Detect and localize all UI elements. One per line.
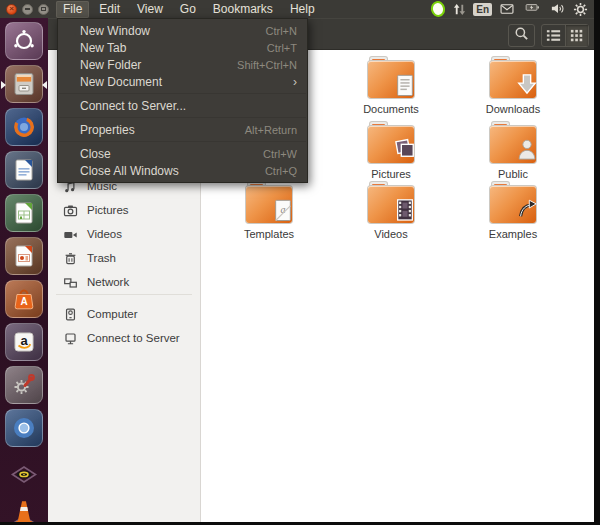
window-controls: × bbox=[0, 4, 56, 15]
menu-separator bbox=[59, 117, 306, 118]
menu-item-label: New Tab bbox=[80, 41, 267, 55]
menubar-edit[interactable]: Edit bbox=[92, 1, 127, 18]
media-disc-icon bbox=[9, 456, 39, 486]
menu-item-new-folder[interactable]: New FolderShift+Ctrl+N bbox=[58, 56, 307, 73]
dash-home-icon bbox=[11, 28, 37, 54]
maximize-button[interactable] bbox=[38, 4, 49, 15]
sidebar-item-connect-to-server[interactable]: Connect to Server bbox=[48, 326, 200, 350]
sidebar-item-label: Computer bbox=[87, 308, 138, 320]
sidebar-item-network[interactable]: Network bbox=[48, 270, 200, 294]
folder-icon bbox=[490, 61, 536, 98]
launcher-media-disc[interactable] bbox=[5, 452, 43, 490]
menu-item-label: Connect to Server... bbox=[80, 99, 297, 113]
folder-label: Examples bbox=[489, 228, 537, 240]
grid-view-button[interactable] bbox=[565, 25, 589, 46]
folder-label: Pictures bbox=[371, 168, 411, 180]
ubuntu-desktop: × FileEditViewGoBookmarksHelp En Aa Musi… bbox=[0, 0, 600, 525]
examples-emblem-icon bbox=[516, 196, 540, 225]
file-menu-dropdown: New WindowCtrl+NNew TabCtrl+TNew FolderS… bbox=[57, 18, 308, 183]
pictures-emblem-icon bbox=[394, 136, 418, 165]
search-icon bbox=[514, 26, 529, 45]
sidebar-item-label: Pictures bbox=[87, 204, 129, 216]
svg-text:A: A bbox=[20, 296, 27, 307]
menu-item-label: Close All Windows bbox=[80, 164, 265, 178]
menu-item-label: Close bbox=[80, 147, 263, 161]
launcher-ubuntu-software-center[interactable]: A bbox=[5, 280, 43, 318]
menu-item-new-window[interactable]: New WindowCtrl+N bbox=[58, 22, 307, 39]
videos-icon bbox=[63, 227, 78, 242]
grid-view-icon bbox=[570, 29, 584, 43]
videos-emblem-icon bbox=[394, 196, 418, 225]
folder-label: Downloads bbox=[486, 103, 540, 115]
ubuntu-software-center-icon: A bbox=[11, 286, 37, 312]
launcher-files[interactable] bbox=[5, 65, 43, 103]
sidebar-item-pictures[interactable]: Pictures bbox=[48, 198, 200, 222]
sidebar-item-computer[interactable]: Computer bbox=[48, 302, 200, 326]
search-button[interactable] bbox=[508, 24, 535, 47]
menu-item-new-tab[interactable]: New TabCtrl+T bbox=[58, 39, 307, 56]
folder-label: Videos bbox=[374, 228, 407, 240]
menu-item-close[interactable]: CloseCtrl+W bbox=[58, 145, 307, 162]
templates-emblem-icon: a bbox=[272, 196, 296, 225]
folder-downloads[interactable]: Downloads bbox=[452, 57, 574, 115]
launcher-libreoffice-writer[interactable] bbox=[5, 151, 43, 189]
menubar-help[interactable]: Help bbox=[283, 1, 322, 18]
launcher-firefox[interactable] bbox=[5, 108, 43, 146]
view-toggle bbox=[541, 24, 589, 47]
unity-launcher: Aa bbox=[0, 18, 48, 525]
volume-indicator-icon[interactable] bbox=[550, 2, 566, 16]
sidebar-item-trash[interactable]: Trash bbox=[48, 246, 200, 270]
menubar-bookmarks[interactable]: Bookmarks bbox=[206, 1, 280, 18]
folder-public[interactable]: Public bbox=[452, 122, 574, 180]
menu-item-close-all-windows[interactable]: Close All WindowsCtrl+Q bbox=[58, 162, 307, 179]
status-indicator-icon[interactable] bbox=[430, 1, 446, 17]
launcher-chromium[interactable] bbox=[5, 409, 43, 447]
firefox-icon bbox=[11, 114, 37, 140]
menu-item-properties[interactable]: PropertiesAlt+Return bbox=[58, 121, 307, 138]
battery-indicator-icon[interactable] bbox=[522, 2, 543, 16]
menu-item-shortcut: Shift+Ctrl+N bbox=[237, 59, 297, 71]
sidebar-item-label: Network bbox=[87, 276, 129, 288]
list-view-button[interactable] bbox=[542, 25, 565, 46]
menu-item-connect-to-server[interactable]: Connect to Server... bbox=[58, 97, 307, 114]
menubar-view[interactable]: View bbox=[130, 1, 170, 18]
launcher-system-settings[interactable] bbox=[5, 366, 43, 404]
folder-templates[interactable]: aTemplates bbox=[208, 182, 330, 240]
minimize-button[interactable] bbox=[22, 4, 33, 15]
svg-text:a: a bbox=[20, 333, 28, 348]
sidebar-item-videos[interactable]: Videos bbox=[48, 222, 200, 246]
launcher-amazon[interactable]: a bbox=[5, 323, 43, 361]
messaging-indicator-icon[interactable] bbox=[499, 2, 515, 16]
menu-item-label: New Window bbox=[80, 24, 266, 38]
network-traffic-indicator-icon[interactable] bbox=[453, 3, 466, 16]
pictures-icon bbox=[63, 203, 78, 218]
menu-separator bbox=[59, 141, 306, 142]
menubar-file[interactable]: File bbox=[56, 1, 89, 18]
folder-examples[interactable]: Examples bbox=[452, 182, 574, 240]
keyboard-layout-indicator[interactable]: En bbox=[473, 3, 492, 16]
folder-icon bbox=[368, 126, 414, 163]
document-emblem-icon bbox=[394, 71, 418, 100]
folder-videos[interactable]: Videos bbox=[330, 182, 452, 240]
menu-item-label: Properties bbox=[80, 123, 245, 137]
menu-item-new-document[interactable]: New Document› bbox=[58, 73, 307, 90]
menu-item-shortcut: Ctrl+Q bbox=[265, 165, 297, 177]
close-button[interactable]: × bbox=[6, 4, 17, 15]
menu-item-shortcut: Ctrl+W bbox=[263, 148, 297, 160]
launcher-libreoffice-impress[interactable] bbox=[5, 237, 43, 275]
launcher-libreoffice-calc[interactable] bbox=[5, 194, 43, 232]
system-settings-icon bbox=[11, 372, 37, 398]
folder-pictures[interactable]: Pictures bbox=[330, 122, 452, 180]
launcher-vlc[interactable] bbox=[5, 495, 43, 525]
sidebar-item-label: Videos bbox=[87, 228, 122, 240]
vlc-icon bbox=[9, 497, 39, 525]
screen-edge bbox=[594, 0, 600, 525]
folder-label: Templates bbox=[244, 228, 294, 240]
session-indicator-icon[interactable] bbox=[573, 2, 588, 17]
folder-documents[interactable]: Documents bbox=[330, 57, 452, 115]
launcher-dash-home[interactable] bbox=[5, 22, 43, 60]
network-icon bbox=[63, 275, 78, 290]
submenu-arrow-icon: › bbox=[293, 75, 297, 89]
menubar-go[interactable]: Go bbox=[173, 1, 203, 18]
folder-icon: a bbox=[246, 186, 292, 223]
